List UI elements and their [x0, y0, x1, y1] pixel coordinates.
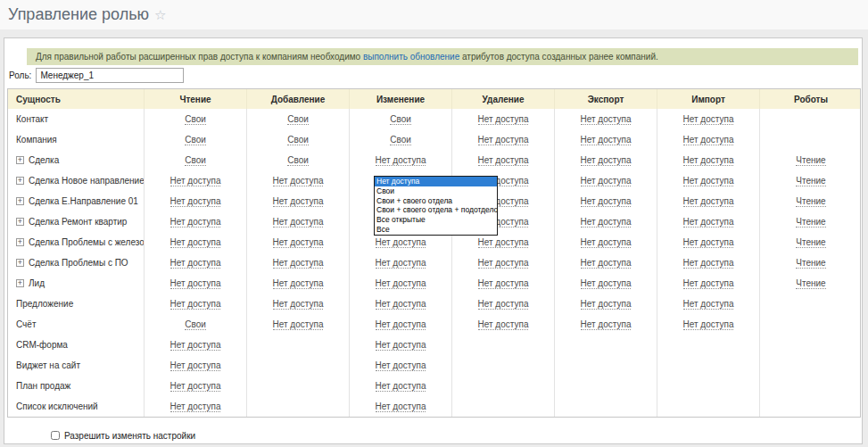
entity-cell: +Сделка Проблемы с железом: [8, 232, 144, 252]
permission-link[interactable]: Нет доступа: [170, 237, 221, 248]
favorite-star-icon[interactable]: ☆: [154, 7, 166, 23]
dropdown-option[interactable]: Свои + своего отдела: [375, 196, 497, 206]
permission-link[interactable]: Свои: [185, 114, 206, 125]
permission-link[interactable]: Нет доступа: [478, 135, 529, 145]
permission-link[interactable]: Нет доступа: [376, 401, 426, 412]
permission-link[interactable]: Нет доступа: [170, 299, 221, 310]
dropdown-option[interactable]: Свои: [375, 186, 497, 196]
permission-link[interactable]: Нет доступа: [683, 258, 734, 269]
permission-link[interactable]: Нет доступа: [170, 381, 221, 392]
permission-link[interactable]: Нет доступа: [376, 278, 426, 289]
permission-link[interactable]: Нет доступа: [478, 278, 529, 289]
permission-link[interactable]: Чтение: [796, 196, 825, 207]
permission-dropdown[interactable]: Нет доступаСвоиСвои + своего отделаСвои …: [374, 176, 498, 236]
permission-link[interactable]: Нет доступа: [478, 114, 529, 125]
permission-link[interactable]: Нет доступа: [170, 340, 221, 351]
permission-link[interactable]: Нет доступа: [683, 319, 734, 330]
permission-link[interactable]: Нет доступа: [581, 319, 632, 330]
permission-link[interactable]: Нет доступа: [581, 258, 632, 269]
permission-link[interactable]: Нет доступа: [273, 217, 324, 228]
role-input[interactable]: [36, 68, 184, 83]
permission-link[interactable]: Чтение: [796, 237, 825, 248]
dropdown-option[interactable]: Все: [375, 225, 497, 235]
update-link[interactable]: выполнить обновление: [363, 52, 459, 62]
permission-link[interactable]: Нет доступа: [683, 196, 734, 207]
dropdown-option[interactable]: Нет доступа: [375, 177, 497, 186]
permission-link[interactable]: Нет доступа: [683, 155, 734, 166]
permission-link[interactable]: Нет доступа: [581, 196, 632, 207]
permission-link[interactable]: Нет доступа: [273, 258, 324, 269]
permission-link[interactable]: Нет доступа: [376, 340, 426, 351]
permission-link[interactable]: Свои: [287, 135, 309, 145]
expand-plus-icon[interactable]: +: [16, 177, 24, 185]
permission-link[interactable]: Нет доступа: [170, 258, 221, 269]
permission-link[interactable]: Нет доступа: [581, 135, 632, 145]
permission-link[interactable]: Свои: [390, 114, 411, 125]
permission-link[interactable]: Нет доступа: [683, 299, 734, 310]
permission-link[interactable]: Нет доступа: [273, 196, 324, 207]
permission-link[interactable]: Нет доступа: [170, 196, 221, 207]
permission-link[interactable]: Свои: [185, 155, 206, 166]
permission-link[interactable]: Свои: [287, 155, 309, 166]
permission-link[interactable]: Нет доступа: [376, 237, 426, 248]
table-row: План продажНет доступаНет доступа: [8, 376, 860, 396]
dropdown-option[interactable]: Все открытые: [375, 215, 497, 225]
permission-link[interactable]: Нет доступа: [683, 135, 734, 145]
permission-link[interactable]: Нет доступа: [478, 319, 529, 330]
entity-name: Сделка Ремонт квартир: [29, 217, 127, 227]
permission-link[interactable]: Чтение: [796, 217, 825, 228]
permission-link[interactable]: Нет доступа: [376, 299, 426, 310]
permission-link[interactable]: Нет доступа: [273, 278, 324, 289]
permission-link[interactable]: Нет доступа: [581, 237, 632, 248]
permission-link[interactable]: Нет доступа: [581, 278, 632, 289]
permission-link[interactable]: Чтение: [796, 155, 825, 166]
permission-link[interactable]: Нет доступа: [170, 278, 221, 289]
permission-link[interactable]: Нет доступа: [273, 319, 324, 330]
permission-link[interactable]: Нет доступа: [376, 360, 426, 371]
permission-link[interactable]: Нет доступа: [683, 278, 734, 289]
permission-link[interactable]: Нет доступа: [581, 299, 632, 310]
expand-plus-icon[interactable]: +: [16, 218, 24, 226]
permission-link[interactable]: Чтение: [796, 278, 825, 289]
permission-link[interactable]: Нет доступа: [581, 176, 632, 186]
permission-link[interactable]: Нет доступа: [683, 237, 734, 248]
permission-link[interactable]: Чтение: [796, 258, 825, 269]
settings-checkbox[interactable]: [51, 431, 60, 440]
permission-link[interactable]: Нет доступа: [376, 381, 426, 392]
permission-link[interactable]: Нет доступа: [581, 114, 632, 125]
column-header: Изменение: [349, 89, 451, 109]
permission-link[interactable]: Нет доступа: [581, 155, 632, 166]
permission-link[interactable]: Нет доступа: [273, 237, 324, 248]
permission-link[interactable]: Чтение: [796, 176, 825, 186]
permission-link[interactable]: Нет доступа: [376, 155, 426, 166]
permission-link[interactable]: Нет доступа: [478, 299, 529, 310]
permission-link[interactable]: Свои: [185, 319, 206, 330]
permission-cell: Нет доступа: [657, 273, 759, 294]
permission-link[interactable]: Свои: [287, 114, 309, 125]
permission-link[interactable]: Нет доступа: [170, 217, 221, 228]
permission-link[interactable]: Нет доступа: [273, 299, 324, 310]
permission-link[interactable]: Нет доступа: [478, 237, 529, 248]
permission-link[interactable]: Нет доступа: [581, 217, 632, 228]
permission-link[interactable]: Нет доступа: [478, 258, 529, 269]
permission-link[interactable]: Нет доступа: [683, 114, 734, 125]
permission-link[interactable]: Нет доступа: [376, 258, 426, 269]
dropdown-option[interactable]: Свои + своего отдела + подотделов: [375, 205, 497, 215]
permission-link[interactable]: Нет доступа: [376, 319, 426, 330]
entity-cell: Виджет на сайт: [8, 355, 144, 376]
permission-link[interactable]: Нет доступа: [170, 360, 221, 371]
permission-link[interactable]: Нет доступа: [683, 176, 734, 186]
table-header-row: СущностьЧтениеДобавлениеИзменениеУдалени…: [8, 89, 860, 109]
permission-link[interactable]: Нет доступа: [683, 217, 734, 228]
expand-plus-icon[interactable]: +: [16, 279, 24, 287]
permission-link[interactable]: Нет доступа: [478, 155, 529, 166]
permission-link[interactable]: Свои: [390, 135, 411, 145]
permission-link[interactable]: Нет доступа: [170, 176, 221, 186]
permission-link[interactable]: Свои: [185, 135, 206, 145]
expand-plus-icon[interactable]: +: [16, 238, 24, 246]
permission-link[interactable]: Нет доступа: [273, 176, 324, 186]
expand-plus-icon[interactable]: +: [16, 197, 24, 205]
permission-link[interactable]: Нет доступа: [170, 401, 221, 412]
expand-plus-icon[interactable]: +: [16, 156, 24, 164]
expand-plus-icon[interactable]: +: [16, 259, 24, 267]
